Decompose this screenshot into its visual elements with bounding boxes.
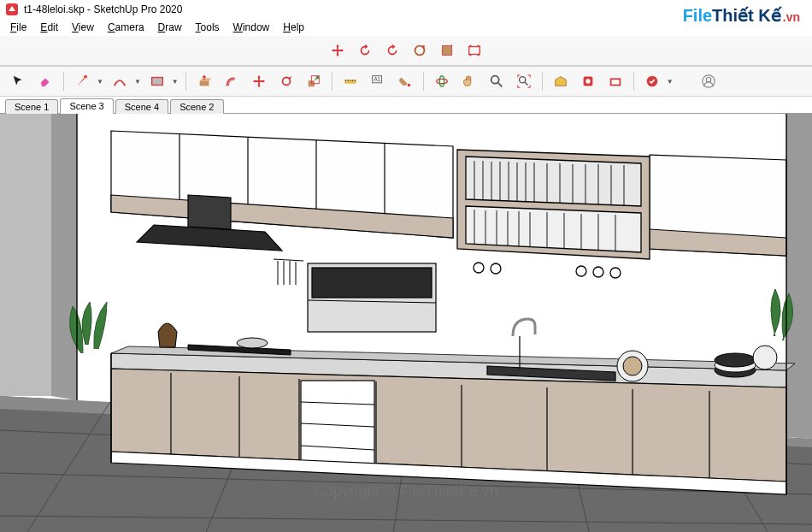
svg-marker-34 [0, 114, 51, 396]
rotate-tool-icon[interactable] [275, 70, 297, 92]
orbit-tool-icon[interactable] [431, 70, 453, 92]
svg-point-14 [491, 76, 498, 84]
scene-tab[interactable]: Scene 1 [5, 99, 58, 114]
eraser-icon[interactable] [34, 70, 56, 92]
scene-tab[interactable]: Scene 2 [170, 99, 223, 114]
menu-view[interactable]: View [65, 20, 101, 35]
menu-camera[interactable]: Camera [101, 20, 151, 35]
menu-file[interactable]: File [3, 20, 33, 35]
svg-rect-4 [152, 78, 163, 86]
svg-point-17 [585, 79, 590, 83]
svg-rect-19 [611, 80, 619, 84]
zoom-icon[interactable] [485, 70, 508, 92]
svg-rect-3 [469, 47, 480, 55]
svg-point-111 [623, 357, 642, 375]
svg-point-11 [407, 84, 410, 87]
toolbar-main: ▼ ▼ ▼ A1 ▼ [0, 66, 812, 97]
svg-marker-63 [466, 157, 641, 206]
component-icon[interactable] [604, 70, 627, 92]
rotate-left-icon[interactable] [354, 39, 376, 62]
svg-point-13 [439, 76, 444, 87]
chevron-down-icon[interactable]: ▼ [134, 78, 141, 86]
svg-point-94 [593, 267, 603, 277]
offset-icon[interactable] [221, 70, 243, 92]
svg-point-91 [474, 263, 484, 273]
chevron-down-icon[interactable]: ▼ [97, 78, 103, 86]
svg-marker-35 [51, 114, 77, 400]
scene-tab[interactable]: Scene 4 [115, 99, 168, 114]
chevron-down-icon[interactable]: ▼ [172, 78, 179, 86]
rectangle-icon[interactable] [146, 70, 168, 92]
zoom-extents-icon[interactable] [463, 39, 485, 62]
pushpull-icon[interactable] [193, 70, 215, 92]
menu-window[interactable]: Window [227, 20, 277, 35]
orbit-icon[interactable] [409, 39, 431, 62]
svg-point-114 [715, 353, 756, 367]
svg-point-12 [436, 79, 447, 83]
menu-draw[interactable]: Draw [151, 20, 189, 35]
text-icon[interactable]: A1 [367, 70, 389, 92]
extension-icon[interactable] [577, 70, 599, 92]
watermark-logo: FileThiết Kế.vn [683, 5, 800, 26]
window-title: t1-48leloi.skp - SketchUp Pro 2020 [24, 3, 182, 15]
select-icon[interactable] [7, 70, 29, 92]
warehouse-icon[interactable] [550, 70, 572, 92]
viewport-3d[interactable]: Copyright © FileThietKe.vn [0, 114, 812, 532]
scene-tabs: Scene 1 Scene 3 Scene 4 Scene 2 [0, 97, 812, 114]
zoom-extents-tool-icon[interactable] [513, 70, 535, 92]
user-icon[interactable] [697, 70, 720, 92]
move-tool-icon[interactable] [248, 70, 270, 92]
menu-tools[interactable]: Tools [189, 20, 227, 35]
svg-point-107 [237, 338, 268, 348]
menu-help[interactable]: Help [276, 20, 311, 35]
pan-icon[interactable] [436, 39, 458, 62]
svg-rect-99 [312, 268, 432, 298]
chevron-down-icon[interactable]: ▼ [667, 78, 674, 86]
menu-edit[interactable]: Edit [33, 20, 65, 35]
svg-point-15 [519, 77, 525, 83]
svg-marker-64 [466, 206, 641, 252]
app-icon [5, 3, 19, 16]
line-icon[interactable] [71, 70, 93, 92]
svg-rect-2 [443, 46, 452, 56]
svg-point-22 [706, 78, 710, 82]
svg-point-115 [753, 346, 777, 369]
pan-tool-icon[interactable] [458, 70, 480, 92]
svg-point-93 [576, 266, 586, 276]
toolbar-navigation [0, 36, 812, 66]
arc-icon[interactable] [109, 70, 131, 92]
scene-tab[interactable]: Scene 3 [60, 98, 113, 114]
svg-point-5 [282, 78, 290, 86]
scale-icon[interactable] [303, 70, 325, 92]
rotate-right-icon[interactable] [381, 39, 403, 62]
svg-marker-97 [188, 195, 231, 229]
svg-marker-36 [786, 114, 812, 439]
move-icon[interactable] [327, 39, 349, 62]
svg-text:A1: A1 [374, 76, 380, 82]
paint-icon[interactable] [394, 70, 416, 92]
tape-icon[interactable] [339, 70, 362, 92]
svg-point-92 [491, 263, 501, 274]
plugin-icon[interactable] [641, 70, 663, 92]
svg-point-95 [610, 268, 621, 278]
